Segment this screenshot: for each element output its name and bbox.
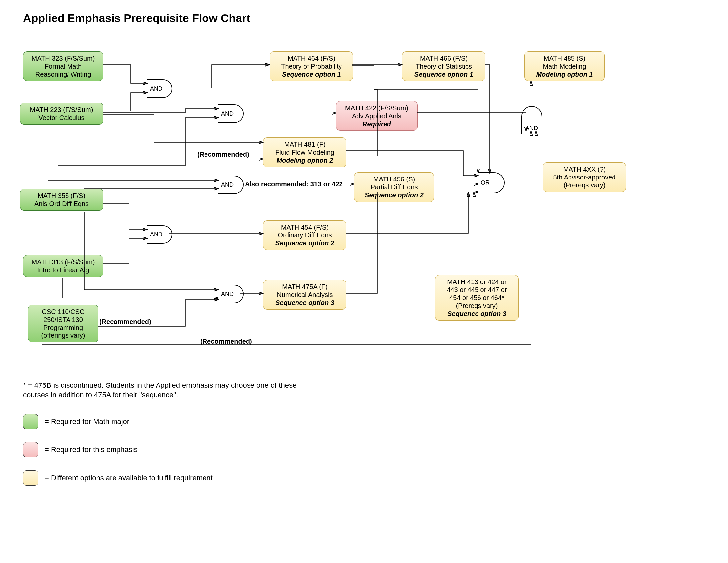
text-line: MATH 466 (F/S) — [406, 54, 482, 62]
text-line: Formal Math — [27, 62, 100, 70]
text-line: Reasoning/ Writing — [27, 70, 100, 78]
text-line: Numerical Analysis — [267, 291, 343, 299]
gate-and-422: AND — [218, 104, 244, 123]
text-line: (Prereqs vary) — [439, 302, 515, 310]
text-line: CSC 110/CSC — [32, 308, 95, 316]
text-line: Sequence option 1 — [273, 70, 349, 78]
text-line: Sequence option 3 — [267, 299, 343, 307]
text-line: MATH 481 (F) — [267, 140, 343, 148]
text-line: MATH 355 (F/S) — [23, 192, 100, 200]
gate-label: AND — [150, 231, 162, 238]
footnote: * = 475B is discontinued. Students in th… — [23, 381, 314, 400]
text-line: MATH 413 or 424 or — [439, 278, 515, 286]
gate-and-485: AND — [521, 106, 542, 134]
text-line: Sequence option 1 — [406, 70, 482, 78]
text-line: Partial Diff Eqns — [358, 183, 431, 191]
text-line: Vector Calculus — [23, 114, 100, 121]
node-math-454: MATH 454 (F/S) Ordinary Diff Eqns Sequen… — [263, 220, 346, 250]
text-line: Anls Ord Diff Eqns — [23, 200, 100, 208]
node-math-456: MATH 456 (S) Partial Diff Eqns Sequence … — [354, 172, 434, 202]
text-line: Theory of Probability — [273, 62, 349, 70]
text-line: MATH 313 (F/S/Sum) — [27, 258, 100, 266]
gate-label: AND — [221, 110, 234, 117]
node-math-466: MATH 466 (F/S) Theory of Statistics Sequ… — [402, 51, 485, 81]
text-line: Required — [340, 120, 414, 128]
text-line: Adv Applied Anls — [340, 112, 414, 120]
node-math-223: MATH 223 (F/S/Sum) Vector Calculus — [20, 103, 103, 124]
gate-label: OR — [481, 179, 490, 186]
gate-label: AND — [525, 125, 538, 132]
text-line: Programming — [32, 324, 95, 332]
text-line: Fluid Flow Modeling — [267, 148, 343, 156]
text-line: (offerings vary) — [32, 332, 95, 340]
node-math-413: MATH 413 or 424 or 443 or 445 or 447 or … — [435, 275, 519, 321]
gate-or: OR — [478, 172, 505, 193]
text-line: MATH 464 (F/S) — [273, 54, 349, 62]
text-line: Modeling option 2 — [267, 156, 343, 164]
legend-swatch-green — [23, 414, 38, 429]
node-math-313: MATH 313 (F/S/Sum) Intro to Linear Alg — [23, 255, 103, 277]
text-line: (Prereqs vary) — [546, 181, 622, 189]
gate-label: AND — [221, 291, 234, 298]
gate-and-456: AND — [218, 175, 244, 194]
node-math-475a: MATH 475A (F) Numerical Analysis Sequenc… — [263, 280, 346, 310]
text-line: Intro to Linear Alg — [27, 266, 100, 274]
text-line: Ordinary Diff Eqns — [267, 231, 343, 239]
text-line: MATH 454 (F/S) — [267, 223, 343, 231]
label-recommended-475: (Recommended) — [99, 318, 151, 326]
node-csc: CSC 110/CSC 250/ISTA 130 Programming (of… — [28, 305, 98, 343]
text-line: Modeling option 1 — [528, 70, 601, 78]
text-line: 5th Advisor-approved — [546, 173, 622, 181]
text-line: MATH 456 (S) — [358, 175, 431, 183]
label-recommended-485: (Recommended) — [200, 338, 252, 346]
text-line: MATH 475A (F) — [267, 283, 343, 291]
text-line: Theory of Statistics — [406, 62, 482, 70]
page-title: Applied Emphasis Prerequisite Flow Chart — [23, 12, 250, 24]
text-line: MATH 422 (F/S/Sum) — [340, 104, 414, 112]
gate-label: AND — [150, 85, 162, 92]
node-math-355: MATH 355 (F/S) Anls Ord Diff Eqns — [20, 189, 103, 211]
legend-swatch-pink — [23, 442, 38, 457]
legend-text-pink: = Required for this emphasis — [45, 446, 138, 454]
gate-and-454: AND — [147, 225, 172, 244]
node-math-323: MATH 323 (F/S/Sum) Formal Math Reasoning… — [23, 51, 103, 81]
gate-and-464: AND — [147, 79, 172, 98]
text-line: Sequence option 3 — [439, 310, 515, 318]
gate-label: AND — [221, 181, 234, 188]
gate-and-475: AND — [218, 285, 244, 304]
text-line: 250/ISTA 130 — [32, 316, 95, 324]
label-recommended-481: (Recommended) — [197, 151, 249, 158]
node-math-464: MATH 464 (F/S) Theory of Probability Seq… — [270, 51, 353, 81]
label-also-recommended: Also recommended: 313 or 422 — [245, 180, 343, 188]
text-line: Sequence option 2 — [358, 191, 431, 199]
text-line: Sequence option 2 — [267, 239, 343, 247]
text-line: MATH 223 (F/S/Sum) — [23, 106, 100, 114]
text-line: MATH 4XX (?) — [546, 165, 622, 173]
node-math-481: MATH 481 (F) Fluid Flow Modeling Modelin… — [263, 137, 346, 167]
legend-swatch-yellow — [23, 470, 38, 486]
node-math-485: MATH 485 (S) Math Modeling Modeling opti… — [524, 51, 605, 81]
text-line: MATH 485 (S) — [528, 54, 601, 62]
text-line: MATH 323 (F/S/Sum) — [27, 54, 100, 62]
legend-text-green: = Required for Math major — [45, 417, 129, 426]
text-line: Math Modeling — [528, 62, 601, 70]
node-math-422: MATH 422 (F/S/Sum) Adv Applied Anls Requ… — [336, 101, 418, 131]
legend-text-yellow: = Different options are available to ful… — [45, 474, 213, 482]
node-math-4xx: MATH 4XX (?) 5th Advisor-approved (Prere… — [543, 162, 626, 192]
text-line: 443 or 445 or 447 or — [439, 286, 515, 294]
text-line: 454 or 456 or 464* — [439, 294, 515, 302]
